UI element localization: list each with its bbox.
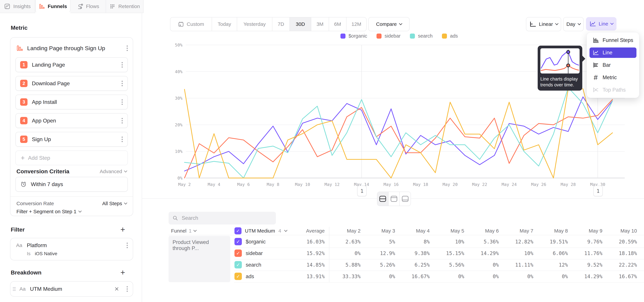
funnel-step-2[interactable]: 2 Download Page [16,76,128,91]
row-checkbox[interactable]: ✓ [234,238,242,245]
tooltip-mini-chart [540,48,580,74]
add-breakdown-button[interactable]: + [120,268,125,276]
table-date-header[interactable]: May 2 [329,227,360,235]
range-yesterday[interactable]: Yesterday [237,18,272,31]
step-menu-icon[interactable] [122,62,123,68]
row-checkbox[interactable]: ✓ [234,261,242,268]
svg-text:May 10: May 10 [295,182,310,187]
step-label: App Open [32,118,122,124]
compare-button[interactable]: Compare [368,17,410,31]
legend-swatch [340,34,346,38]
step-menu-icon[interactable] [122,136,123,142]
drag-handle-icon[interactable] [13,287,16,291]
remove-breakdown-icon[interactable] [114,286,119,292]
legend-swatch [376,34,382,38]
interval-dropdown[interactable]: Day [563,17,584,31]
annotation-badge[interactable]: 1 [593,186,603,196]
annotation-badge[interactable]: 1 [357,186,366,196]
range-30d[interactable]: 30D [290,18,311,31]
tab-funnels[interactable]: Funnels [35,0,70,13]
range-7d[interactable]: 7D [272,18,290,31]
step-label: Landing Page [32,62,122,68]
layout-split-toggle[interactable] [377,192,388,206]
range-6m[interactable]: 6M [329,18,346,31]
range-label: Custom [187,21,204,27]
table-cell: 2.63% [329,236,360,248]
range-custom[interactable]: Custom [170,18,212,31]
table-date-header[interactable]: May 9 [570,227,602,235]
chart-type-dropdown[interactable]: Line [586,17,616,30]
scale-dropdown[interactable]: Linear [526,17,561,31]
menu-item-metric[interactable]: # Metric [590,72,636,83]
table-date-header[interactable]: May 5 [432,227,464,235]
menu-item-funnel-steps[interactable]: Funnel Steps [590,35,636,46]
filter-segment-dropdown[interactable]: Filter + Segment on Step 1 [16,209,81,214]
menu-item-line[interactable]: Line [590,48,636,58]
row-checkbox[interactable]: ✓ [234,273,242,280]
advanced-dropdown[interactable]: Advanced [100,168,127,174]
layout-chart-toggle[interactable] [388,192,400,206]
legend-item[interactable]: sidebar [376,33,400,39]
table-date-header[interactable]: May 4 [398,227,430,235]
funnel-step-5[interactable]: 5 Sign Up [16,132,128,147]
conversion-window-row[interactable]: Within 7 days [16,177,128,192]
table-cell: 0% [502,271,533,282]
funnel-step-4[interactable]: 4 App Open [16,113,128,128]
range-3m[interactable]: 3M [311,18,329,31]
breakdown-card[interactable]: Aa UTM Medium [10,281,133,297]
funnel-metric-icon [16,45,23,52]
tab-insights[interactable]: Insights [0,0,35,13]
add-step-button[interactable]: + Add Step [16,150,128,165]
breakdown-heading-row: Breakdown + [11,268,125,276]
filter-property-row: Aa Platform [16,241,128,250]
range-label: 3M [316,21,324,27]
chevron-down-icon [194,228,197,232]
search-input[interactable] [182,215,272,221]
svg-text:May 2: May 2 [178,182,191,187]
funnel-menu-icon[interactable] [126,46,128,51]
add-filter-button[interactable]: + [120,226,125,234]
table-date-header[interactable]: May 8 [536,227,568,235]
legend-item[interactable]: search [410,33,432,39]
row-label: $organic [246,236,266,248]
select-all-checkbox[interactable]: ✓ [234,227,242,234]
table-view-icon [401,196,409,202]
tab-flows[interactable]: Flows [70,0,106,13]
range-today[interactable]: Today [212,18,237,31]
filter-menu-icon[interactable] [126,242,128,248]
step-label: Download Page [32,80,122,86]
all-steps-dropdown[interactable]: All Steps [102,201,127,206]
conversion-rate-row: Conversion Rate All Steps [16,201,127,206]
table-date-header[interactable]: May 7 [502,227,533,235]
table-cell: 10% [432,236,464,248]
funnel-step-3[interactable]: 3 App Install [16,95,128,110]
breakdown-column-header[interactable]: ✓ UTM Medium 4 [234,227,287,235]
breakdown-menu-icon[interactable] [126,286,128,292]
legend-label: $organic [348,33,367,39]
funnel-step-1[interactable]: 1 Landing Page [16,58,128,72]
row-checkbox[interactable]: ✓ [234,250,242,257]
funnel-title: Landing Page through Sign Up [27,45,126,52]
step-menu-icon[interactable] [122,81,123,86]
legend-item[interactable]: $organic [340,33,367,39]
step-menu-icon[interactable] [122,99,123,105]
filter-card[interactable]: Aa Platform Is iOS Native [10,238,133,260]
legend-item[interactable]: ads [442,33,458,39]
table-cell: 0% [536,271,568,282]
layout-table-toggle[interactable] [400,192,410,206]
table-cell: 0% [467,271,499,282]
table-header-divider [168,235,644,235]
table-date-header[interactable]: May 6 [467,227,499,235]
tab-retention[interactable]: Retention [106,0,144,13]
menu-item-bar[interactable]: Bar [590,60,636,70]
step-number-badge: 3 [20,98,28,106]
table-date-header[interactable]: May 10 [605,227,637,235]
range-12m[interactable]: 12M [346,18,366,31]
svg-text:May 6: May 6 [237,182,250,187]
funnel-name-cell[interactable]: Product Viewed through P... [168,236,230,282]
interval-label: Day [566,21,575,27]
step-menu-icon[interactable] [122,118,123,124]
funnel-column-header[interactable]: Funnel 1 [171,227,196,235]
search-icon [172,215,178,221]
table-date-header[interactable]: May 3 [363,227,395,235]
